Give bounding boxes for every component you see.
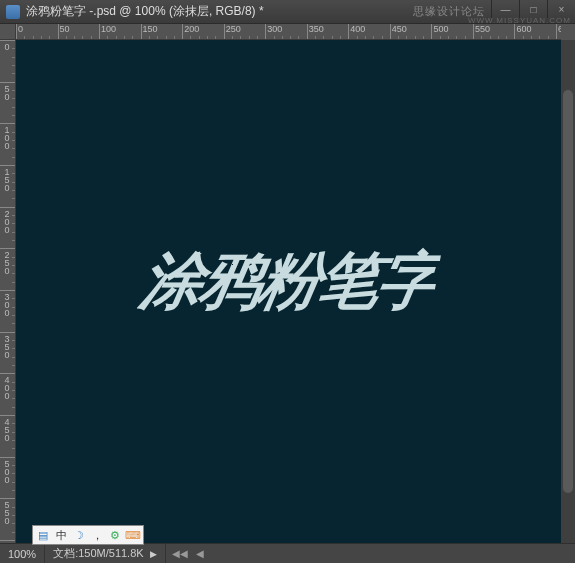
ruler-v-label: 200 <box>2 209 12 233</box>
nav-first-icon[interactable]: ◀◀ <box>172 548 188 559</box>
ruler-v-label: 300 <box>2 292 12 316</box>
ruler-v-label: 450 <box>2 417 12 441</box>
minimize-button[interactable]: — <box>491 0 519 18</box>
status-nav: ◀◀ ◀ <box>166 548 210 559</box>
ime-lang-button[interactable]: 中 <box>53 527 69 543</box>
ruler-v-label: 100 <box>2 125 12 149</box>
ruler-h-label: 150 <box>143 24 158 34</box>
ruler-h-label: 200 <box>184 24 199 34</box>
window-controls: — □ × <box>491 0 575 20</box>
doc-info[interactable]: 文档:150M/511.8K ▶ <box>45 544 166 563</box>
nav-prev-icon[interactable]: ◀ <box>196 548 204 559</box>
doc-info-text: 文档:150M/511.8K <box>53 546 144 561</box>
chevron-right-icon[interactable]: ▶ <box>150 549 157 559</box>
ruler-h-label: 650 <box>558 24 561 34</box>
chalk-text-effect: 涂鸦粉笔字 <box>134 239 444 323</box>
ruler-v-label: 350 <box>2 334 12 358</box>
document-title: 涂鸦粉笔字 -.psd @ 100% (涂抹层, RGB/8) * <box>26 3 264 20</box>
document-icon <box>6 5 20 19</box>
ime-moon-icon[interactable]: ☽ <box>71 527 87 543</box>
ruler-h-label: 0 <box>18 24 23 34</box>
statusbar: 100% 文档:150M/511.8K ▶ ◀◀ ◀ <box>0 543 575 563</box>
ruler-h-label: 50 <box>60 24 70 34</box>
zoom-level[interactable]: 100% <box>0 544 45 563</box>
scrollbar-vertical[interactable] <box>561 40 575 543</box>
ruler-v-label: 250 <box>2 250 12 274</box>
ruler-h-label: 450 <box>392 24 407 34</box>
ruler-h-label: 600 <box>516 24 531 34</box>
ruler-h-label: 350 <box>309 24 324 34</box>
ruler-h-label: 300 <box>267 24 282 34</box>
ruler-h-label: 250 <box>226 24 241 34</box>
ruler-v-label: 550 <box>2 500 12 524</box>
ruler-vertical[interactable]: 050100150200250300350400450500550600 <box>0 40 16 543</box>
ruler-h-label: 100 <box>101 24 116 34</box>
ruler-origin[interactable] <box>0 24 16 40</box>
ime-settings-icon[interactable]: ⚙ <box>107 527 123 543</box>
ime-logo-icon[interactable]: ▤ <box>35 527 51 543</box>
ruler-v-label: 0 <box>2 42 12 50</box>
ruler-h-label: 500 <box>433 24 448 34</box>
ime-punct-button[interactable]: ， <box>89 527 105 543</box>
canvas[interactable]: 涂鸦粉笔字 <box>16 40 561 543</box>
ruler-v-label: 400 <box>2 375 12 399</box>
titlebar: 涂鸦粉笔字 -.psd @ 100% (涂抹层, RGB/8) * 思缘设计论坛… <box>0 0 575 24</box>
ruler-horizontal[interactable]: 050100150200250300350400450500550600650 <box>16 24 561 40</box>
ruler-v-label: 50 <box>2 84 12 100</box>
ruler-h-label: 400 <box>350 24 365 34</box>
ruler-h-label: 550 <box>475 24 490 34</box>
ruler-v-label: 150 <box>2 167 12 191</box>
maximize-button[interactable]: □ <box>519 0 547 18</box>
ime-keyboard-icon[interactable]: ⌨ <box>125 527 141 543</box>
zoom-value: 100% <box>8 548 36 560</box>
ime-toolbar[interactable]: ▤ 中 ☽ ， ⚙ ⌨ <box>32 525 144 545</box>
ruler-v-label: 500 <box>2 459 12 483</box>
scrollbar-thumb[interactable] <box>563 90 573 492</box>
close-button[interactable]: × <box>547 0 575 18</box>
